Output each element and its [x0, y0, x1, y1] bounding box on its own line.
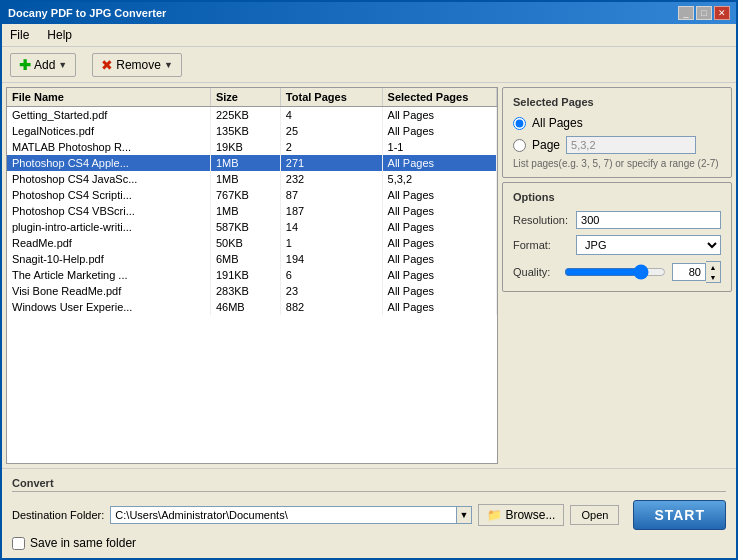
cell-name: plugin-intro-article-writi... — [7, 219, 210, 235]
right-panel: Selected Pages All Pages Page List pages… — [502, 87, 732, 464]
remove-label: Remove — [116, 58, 161, 72]
window-title: Docany PDF to JPG Converter — [8, 7, 166, 19]
save-same-label: Save in same folder — [30, 536, 136, 550]
cell-name: Getting_Started.pdf — [7, 107, 210, 123]
main-content: File Name Size Total Pages Selected Page… — [2, 83, 736, 468]
cell-selected: All Pages — [382, 283, 496, 299]
cell-size: 587KB — [210, 219, 280, 235]
cell-size: 225KB — [210, 107, 280, 123]
minimize-button[interactable]: _ — [678, 6, 694, 20]
table-row[interactable]: plugin-intro-article-writi...587KB14All … — [7, 219, 497, 235]
cell-total: 271 — [280, 155, 382, 171]
quality-slider[interactable] — [564, 264, 666, 280]
menu-file[interactable]: File — [6, 26, 33, 44]
resolution-label: Resolution: — [513, 214, 568, 226]
remove-button[interactable]: ✖ Remove ▼ — [92, 53, 182, 77]
add-button[interactable]: ✚ Add ▼ — [10, 53, 76, 77]
cell-total: 232 — [280, 171, 382, 187]
quality-label: Quality: — [513, 266, 558, 278]
table-row[interactable]: Photoshop CS4 Apple...1MB271All Pages — [7, 155, 497, 171]
cell-selected: All Pages — [382, 251, 496, 267]
page-input[interactable] — [566, 136, 696, 154]
title-bar-buttons: _ □ ✕ — [678, 6, 730, 20]
table-row[interactable]: ReadMe.pdf50KB1All Pages — [7, 235, 497, 251]
cell-size: 1MB — [210, 203, 280, 219]
cell-name: Snagit-10-Help.pdf — [7, 251, 210, 267]
cell-name: Windows User Experie... — [7, 299, 210, 315]
quality-spin-down[interactable]: ▼ — [706, 272, 720, 282]
cell-total: 882 — [280, 299, 382, 315]
dest-input[interactable] — [110, 506, 456, 524]
table-row[interactable]: The Article Marketing ...191KB6All Pages — [7, 267, 497, 283]
dest-dropdown-button[interactable]: ▼ — [457, 506, 473, 524]
cell-name: Visi Bone ReadMe.pdf — [7, 283, 210, 299]
file-table: File Name Size Total Pages Selected Page… — [7, 88, 497, 107]
dest-label: Destination Folder: — [12, 509, 104, 521]
cell-size: 6MB — [210, 251, 280, 267]
radio-group: All Pages Page — [513, 116, 721, 154]
format-select[interactable]: JPG PNG BMP TIFF — [576, 235, 721, 255]
browse-button[interactable]: 📁 Browse... — [478, 504, 564, 526]
all-pages-radio[interactable] — [513, 117, 526, 130]
main-window: Docany PDF to JPG Converter _ □ ✕ File H… — [0, 0, 738, 560]
cell-name: Photoshop CS4 JavaSc... — [7, 171, 210, 187]
file-table-body: Getting_Started.pdf225KB4All PagesLegalN… — [7, 107, 497, 315]
cell-name: LegalNotices.pdf — [7, 123, 210, 139]
page-label: Page — [532, 138, 560, 152]
resolution-input[interactable] — [576, 211, 721, 229]
file-table-scroll[interactable]: Getting_Started.pdf225KB4All PagesLegalN… — [7, 107, 497, 463]
quality-number-input[interactable] — [672, 263, 706, 281]
col-header-total: Total Pages — [280, 88, 382, 107]
dest-input-group: ▼ — [110, 506, 472, 524]
menu-help[interactable]: Help — [43, 26, 76, 44]
cell-size: 767KB — [210, 187, 280, 203]
table-row[interactable]: Photoshop CS4 VBScri...1MB187All Pages — [7, 203, 497, 219]
page-hint: List pages(e.g. 3, 5, 7) or specify a ra… — [513, 158, 721, 169]
page-row: Page — [513, 136, 721, 154]
dest-row: Destination Folder: ▼ 📁 Browse... Open S… — [12, 500, 726, 530]
page-radio[interactable] — [513, 139, 526, 152]
cell-total: 25 — [280, 123, 382, 139]
start-button[interactable]: START — [633, 500, 726, 530]
table-row[interactable]: Photoshop CS4 Scripti...767KB87All Pages — [7, 187, 497, 203]
folder-icon: 📁 — [487, 508, 502, 522]
cell-name: ReadMe.pdf — [7, 235, 210, 251]
cell-name: MATLAB Photoshop R... — [7, 139, 210, 155]
cell-selected: All Pages — [382, 155, 496, 171]
save-same-checkbox[interactable] — [12, 537, 25, 550]
table-row[interactable]: Photoshop CS4 JavaSc...1MB2325,3,2 — [7, 171, 497, 187]
cell-size: 1MB — [210, 171, 280, 187]
add-icon: ✚ — [19, 57, 31, 73]
cell-selected: All Pages — [382, 235, 496, 251]
toolbar: ✚ Add ▼ ✖ Remove ▼ — [2, 47, 736, 83]
cell-size: 135KB — [210, 123, 280, 139]
cell-total: 6 — [280, 267, 382, 283]
close-button[interactable]: ✕ — [714, 6, 730, 20]
format-label: Format: — [513, 239, 568, 251]
table-row[interactable]: MATLAB Photoshop R...19KB21-1 — [7, 139, 497, 155]
cell-total: 1 — [280, 235, 382, 251]
cell-size: 1MB — [210, 155, 280, 171]
cell-name: Photoshop CS4 VBScri... — [7, 203, 210, 219]
table-row[interactable]: Windows User Experie...46MB882All Pages — [7, 299, 497, 315]
cell-total: 14 — [280, 219, 382, 235]
open-button[interactable]: Open — [570, 505, 619, 525]
cell-selected: All Pages — [382, 187, 496, 203]
cell-selected: All Pages — [382, 219, 496, 235]
all-pages-row: All Pages — [513, 116, 721, 130]
quality-spin-group: ▲ ▼ — [672, 261, 721, 283]
col-header-name: File Name — [7, 88, 210, 107]
quality-spin-up[interactable]: ▲ — [706, 262, 720, 272]
cell-size: 50KB — [210, 235, 280, 251]
table-row[interactable]: Getting_Started.pdf225KB4All Pages — [7, 107, 497, 123]
table-row[interactable]: LegalNotices.pdf135KB25All Pages — [7, 123, 497, 139]
options-grid: Resolution: Format: JPG PNG BMP TIFF Qua… — [513, 211, 721, 283]
quality-row: Quality: ▲ ▼ — [513, 261, 721, 283]
selected-pages-panel: Selected Pages All Pages Page List pages… — [502, 87, 732, 178]
maximize-button[interactable]: □ — [696, 6, 712, 20]
table-row[interactable]: Snagit-10-Help.pdf6MB194All Pages — [7, 251, 497, 267]
save-same-row: Save in same folder — [12, 536, 726, 550]
table-row[interactable]: Visi Bone ReadMe.pdf283KB23All Pages — [7, 283, 497, 299]
cell-name: Photoshop CS4 Scripti... — [7, 187, 210, 203]
cell-total: 23 — [280, 283, 382, 299]
